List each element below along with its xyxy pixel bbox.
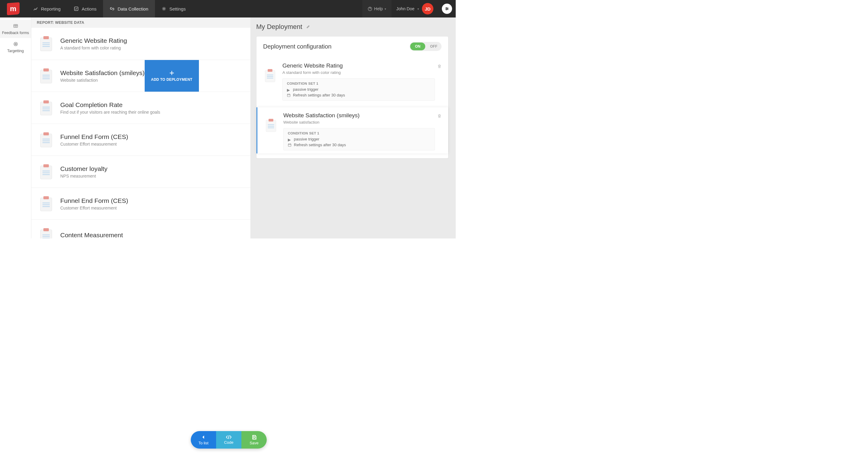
user-menu[interactable]: John Doe ▾ JD xyxy=(392,3,438,14)
help-icon xyxy=(368,7,372,11)
report-item[interactable]: Content Measurement xyxy=(31,219,250,238)
svg-rect-55 xyxy=(268,127,274,128)
report-item[interactable]: Customer loyalty NPS measurement xyxy=(31,156,250,187)
svg-rect-11 xyxy=(43,36,49,39)
sidebar-item-targetting[interactable]: Targetting xyxy=(0,38,31,56)
deployment-config-title: Deployment configuration xyxy=(263,43,332,50)
sidebar: Feedback forms Targetting xyxy=(0,18,31,238)
condition-set-label: CONDITION SET 1 xyxy=(288,131,430,135)
svg-rect-34 xyxy=(42,174,50,175)
svg-rect-19 xyxy=(42,79,50,79)
play-icon: ▶ xyxy=(287,88,290,91)
edit-icon[interactable] xyxy=(306,25,310,29)
user-name: John Doe xyxy=(396,6,414,11)
report-list: Generic Website Rating A standard form w… xyxy=(31,28,250,238)
sidebar-item-label: Targetting xyxy=(7,49,24,53)
deployment-entry[interactable]: Generic Website Rating A standard form w… xyxy=(256,58,448,104)
deployment-card: Deployment configuration ON OFF Generic … xyxy=(256,36,448,158)
nav-tab-reporting[interactable]: Reporting xyxy=(27,0,67,18)
svg-rect-41 xyxy=(43,228,49,231)
svg-rect-27 xyxy=(42,139,50,140)
svg-rect-54 xyxy=(268,126,274,127)
clipboard-icon xyxy=(264,118,278,133)
help-menu[interactable]: Help ▾ xyxy=(362,0,392,18)
report-title: Content Measurement xyxy=(60,232,123,239)
gear-icon xyxy=(161,6,166,11)
sidebar-item-label: Feedback forms xyxy=(2,31,29,35)
svg-rect-23 xyxy=(42,109,50,110)
svg-rect-31 xyxy=(43,164,49,167)
report-item[interactable]: Funnel End Form (CES) Customer Effort me… xyxy=(31,124,250,156)
nav-tab-data-collection[interactable]: Data Collection xyxy=(103,0,155,18)
svg-rect-12 xyxy=(42,42,50,43)
deployment-title: My Deployment xyxy=(256,23,302,31)
clipboard-icon xyxy=(39,132,53,148)
logo[interactable]: m xyxy=(0,0,27,18)
clipboard-icon xyxy=(263,68,277,84)
svg-rect-29 xyxy=(42,142,50,143)
svg-rect-37 xyxy=(42,203,50,204)
svg-rect-38 xyxy=(42,204,50,205)
nav-tab-actions[interactable]: Actions xyxy=(67,0,103,18)
report-item[interactable]: Goal Completion Rate Find out if your vi… xyxy=(31,92,250,124)
refresh-text: Refresh settings after 30 days xyxy=(294,143,346,147)
report-desc: A standard form with color rating xyxy=(60,46,127,50)
nav-tab-label: Actions xyxy=(82,6,96,11)
clipboard-icon xyxy=(39,100,53,116)
svg-rect-36 xyxy=(43,196,49,199)
deployment-toggle[interactable]: ON OFF xyxy=(410,42,441,51)
report-title: Website Satisfaction (smileys) xyxy=(60,69,145,77)
svg-rect-26 xyxy=(43,132,49,135)
clipboard-icon xyxy=(39,228,53,239)
sidebar-item-feedback-forms[interactable]: Feedback forms xyxy=(0,20,31,38)
add-to-deployment-button[interactable]: ADD TO DEPLOYMENT xyxy=(145,60,199,92)
condition-set: CONDITION SET 1 ▶passive trigger Refresh… xyxy=(283,128,435,150)
chart-icon xyxy=(33,6,38,11)
help-label: Help xyxy=(374,6,383,11)
avatar: JD xyxy=(422,3,433,14)
delete-icon[interactable] xyxy=(437,114,441,150)
svg-rect-56 xyxy=(288,144,291,147)
svg-rect-48 xyxy=(267,76,273,77)
nav-right: Help ▾ John Doe ▾ JD xyxy=(362,0,456,18)
nav-tab-label: Data Collection xyxy=(118,6,148,11)
report-item[interactable]: Generic Website Rating A standard form w… xyxy=(31,28,250,60)
report-item[interactable]: Funnel End Form (CES) Customer Effort me… xyxy=(31,187,250,219)
svg-rect-50 xyxy=(287,94,290,97)
report-item[interactable]: Website Satisfaction (smileys) Website s… xyxy=(31,60,250,92)
table-icon xyxy=(13,23,19,29)
nav-tab-settings[interactable]: Settings xyxy=(155,0,192,18)
deployment-entry-title: Website Satisfaction (smileys) xyxy=(283,112,435,119)
sliders-icon xyxy=(444,6,450,11)
trigger-text: passive trigger xyxy=(294,137,319,141)
svg-rect-53 xyxy=(268,124,274,125)
svg-rect-13 xyxy=(42,44,50,45)
trigger-text: passive trigger xyxy=(293,87,318,92)
condition-set: CONDITION SET 1 ▶passive trigger Refresh… xyxy=(282,79,435,101)
nav-tabs: Reporting Actions Data Collection Settin… xyxy=(27,0,192,18)
svg-point-1 xyxy=(163,8,164,9)
delete-icon[interactable] xyxy=(437,64,441,101)
toggle-on-label: ON xyxy=(410,42,425,50)
add-button-label: ADD TO DEPLOYMENT xyxy=(151,78,193,82)
report-desc: Find out if your visitors are reaching t… xyxy=(60,110,160,115)
svg-rect-6 xyxy=(13,24,18,27)
svg-point-3 xyxy=(446,7,447,8)
settings-button[interactable] xyxy=(442,4,452,14)
deployment-entry-desc: Website satisfaction xyxy=(283,120,435,124)
report-desc: Customer Effort measurement xyxy=(60,142,128,147)
svg-point-9 xyxy=(16,44,16,44)
svg-rect-18 xyxy=(42,77,50,78)
svg-rect-32 xyxy=(42,171,50,172)
report-header: REPORT: WEBSITE DATA xyxy=(31,18,250,28)
report-title: Goal Completion Rate xyxy=(60,101,160,109)
report-title: Funnel End Form (CES) xyxy=(60,133,128,141)
svg-rect-39 xyxy=(42,206,50,207)
play-icon: ▶ xyxy=(288,138,291,141)
svg-rect-46 xyxy=(268,69,273,72)
clipboard-icon xyxy=(39,68,53,84)
plus-icon xyxy=(169,70,175,75)
calendar-icon xyxy=(288,143,291,147)
svg-rect-22 xyxy=(42,107,50,108)
deployment-entry[interactable]: Website Satisfaction (smileys) Website s… xyxy=(256,107,448,153)
